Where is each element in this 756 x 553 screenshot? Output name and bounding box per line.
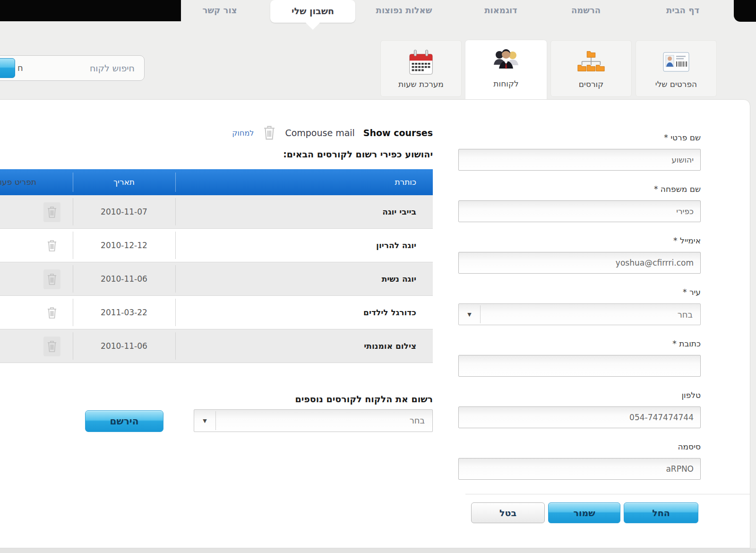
course-title: כדורגל לילדים (175, 296, 416, 329)
compose-mail-link[interactable]: Compouse mail (285, 128, 354, 138)
nav-tab-faq[interactable]: שאלות נפוצות (364, 5, 444, 15)
address-label: כתובת * (458, 339, 701, 350)
table-row: 2011-03-22 כדורגל לילדים (0, 296, 433, 329)
row-delete-button[interactable] (43, 337, 60, 356)
apply-button[interactable]: החל (624, 502, 698, 523)
row-delete-button[interactable] (43, 303, 60, 323)
delete-link[interactable]: למחוק (232, 129, 254, 138)
table-row: 2010-11-06 צילום אומנותי (0, 329, 433, 363)
tab-my-details[interactable]: הפרטים שלי (636, 40, 717, 97)
courses-table: תפריט פעולות תאריך כותרת 2010-11-07 בייב… (0, 169, 433, 363)
city-select-arrow[interactable]: ▼ (459, 305, 481, 323)
save-button[interactable]: שמור (548, 502, 620, 523)
nav-tab-register[interactable]: הרשמה (558, 5, 614, 15)
first-name-field[interactable] (458, 149, 701, 171)
row-delete-button[interactable] (43, 236, 60, 256)
people-icon (465, 45, 547, 79)
course-title: יוגה נשית (175, 262, 416, 295)
register-more-text: רשום את הלקוח לקורסים נוספים (0, 394, 433, 404)
table-row: 2010-11-06 יוגה נשית (0, 262, 433, 296)
course-select-value: בחר (410, 410, 425, 432)
email-field[interactable] (458, 252, 701, 274)
course-date: 2010-11-06 (73, 329, 175, 363)
course-date: 2010-11-07 (73, 195, 175, 228)
trash-icon[interactable] (262, 125, 276, 141)
course-select-arrow[interactable]: ▼ (194, 411, 216, 430)
course-title: יוגה להריון (175, 229, 416, 262)
first-name-label: שם פרטי * (458, 133, 701, 144)
tab-schedule-label: מערכת שעות (381, 79, 461, 89)
course-title: צילום אומנותי (175, 329, 416, 363)
city-select[interactable]: בחר ▼ (458, 303, 701, 325)
active-tab-pointer (305, 22, 321, 30)
row-delete-button[interactable] (43, 202, 60, 222)
email-label: אימייל * (458, 236, 701, 247)
form-divider (465, 494, 750, 494)
customer-search-button[interactable] (0, 58, 15, 78)
course-title: בייבי יוגה (175, 195, 416, 228)
top-black-bar (0, 0, 181, 21)
customer-search-box: חיפוש לקוח ח (0, 55, 145, 81)
customer-management-page: { "nav": { "tabs": [ { "label": "דף הבית… (0, 0, 756, 553)
city-label: עיר * (458, 287, 701, 299)
column-header-title: כותרת (175, 169, 416, 195)
org-chart-folders-icon (551, 45, 631, 79)
course-date: 2010-11-06 (73, 262, 175, 295)
column-header-date: תאריך (73, 169, 175, 195)
calendar-icon (381, 45, 461, 79)
nav-tab-my-account[interactable]: חשבון שלי (270, 0, 355, 23)
last-name-label: שם משפחה * (458, 184, 701, 196)
cancel-button[interactable]: בטל (471, 502, 545, 523)
nav-tab-examples[interactable]: דוגמאות (470, 5, 532, 15)
show-courses-link[interactable]: Show courses (363, 128, 433, 138)
nav-tab-my-account-label: חשבון שלי (270, 0, 355, 22)
tab-schedule[interactable]: מערכת שעות (380, 40, 462, 97)
tab-my-details-label: הפרטים שלי (636, 79, 716, 89)
column-header-actions: תפריט פעולות (0, 169, 36, 195)
tab-courses-label: קורסים (551, 79, 631, 89)
bottom-strip (0, 548, 756, 553)
phone-field[interactable] (458, 406, 701, 428)
tab-customers[interactable]: לקוחות (465, 40, 547, 101)
nav-tab-contact[interactable]: צור קשר (191, 5, 248, 15)
table-row: 2010-12-12 יוגה להריון (0, 229, 433, 262)
address-field[interactable] (458, 355, 701, 377)
course-date: 2011-03-22 (73, 296, 175, 329)
table-row: 2010-11-07 בייבי יוגה (0, 195, 433, 229)
register-button[interactable]: הירשם (85, 410, 163, 432)
course-select[interactable]: בחר ▼ (194, 409, 433, 432)
last-name-field[interactable] (458, 200, 701, 222)
password-label: סיסמה (458, 442, 701, 453)
tab-courses[interactable]: קורסים (550, 40, 632, 97)
customer-search-fragment: ח (17, 56, 23, 80)
nav-tab-home[interactable]: דף הבית (657, 5, 709, 15)
customer-form: שם פרטי * שם משפחה * אימייל * עיר * בחר … (458, 133, 701, 493)
courses-caption: יהושוע כפירי רשום לקורסים הבאים: (0, 149, 433, 159)
top-black-corner (734, 0, 756, 22)
course-toolbar: למחוק Compouse mail Show courses (189, 125, 433, 141)
tab-customers-label: לקוחות (465, 79, 547, 88)
row-delete-button[interactable] (43, 269, 60, 289)
city-select-value: בחר (678, 304, 693, 326)
course-date: 2010-12-12 (73, 229, 175, 262)
customer-search-label: חיפוש לקוח (90, 56, 135, 80)
password-field[interactable] (458, 458, 701, 480)
phone-label: טלפון (458, 390, 701, 402)
id-card-icon (636, 45, 716, 79)
courses-table-header: תפריט פעולות תאריך כותרת (0, 169, 433, 195)
